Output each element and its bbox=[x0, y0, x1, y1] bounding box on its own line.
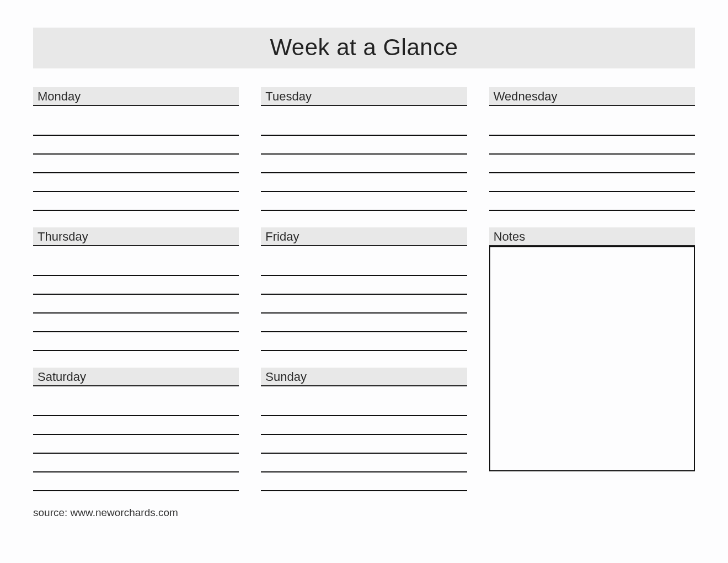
write-line[interactable] bbox=[261, 472, 467, 491]
write-line[interactable] bbox=[33, 257, 239, 276]
write-line[interactable] bbox=[261, 276, 467, 295]
day-block-sunday: Sunday bbox=[261, 368, 467, 491]
day-header-thursday: Thursday bbox=[33, 227, 239, 246]
day-lines-sunday bbox=[261, 386, 467, 491]
write-line[interactable] bbox=[33, 117, 239, 136]
write-line[interactable] bbox=[33, 276, 239, 295]
write-line[interactable] bbox=[261, 173, 467, 192]
day-block-thursday: Thursday bbox=[33, 227, 239, 351]
day-lines-friday bbox=[261, 246, 467, 351]
write-line[interactable] bbox=[489, 192, 695, 211]
write-line[interactable] bbox=[261, 435, 467, 454]
day-lines-saturday bbox=[33, 386, 239, 491]
write-line[interactable] bbox=[33, 416, 239, 435]
write-line[interactable] bbox=[33, 136, 239, 155]
day-lines-wednesday bbox=[489, 106, 695, 211]
day-block-saturday: Saturday bbox=[33, 368, 239, 491]
page-title-bar: Week at a Glance bbox=[33, 28, 695, 68]
day-block-monday: Monday bbox=[33, 87, 239, 211]
write-line[interactable] bbox=[261, 257, 467, 276]
write-line[interactable] bbox=[489, 155, 695, 173]
notes-box[interactable] bbox=[489, 246, 695, 471]
write-line[interactable] bbox=[33, 295, 239, 314]
day-lines-thursday bbox=[33, 246, 239, 351]
write-line[interactable] bbox=[489, 136, 695, 155]
write-line[interactable] bbox=[33, 472, 239, 491]
day-block-tuesday: Tuesday bbox=[261, 87, 467, 211]
write-line[interactable] bbox=[261, 332, 467, 351]
write-line[interactable] bbox=[261, 136, 467, 155]
write-line[interactable] bbox=[261, 155, 467, 173]
write-line[interactable] bbox=[261, 397, 467, 416]
notes-header: Notes bbox=[489, 227, 695, 246]
write-line[interactable] bbox=[261, 117, 467, 136]
day-header-friday: Friday bbox=[261, 227, 467, 246]
write-line[interactable] bbox=[261, 295, 467, 314]
day-header-wednesday: Wednesday bbox=[489, 87, 695, 106]
write-line[interactable] bbox=[33, 314, 239, 332]
write-line[interactable] bbox=[33, 192, 239, 211]
day-block-friday: Friday bbox=[261, 227, 467, 351]
week-grid: Monday Tuesday Wednesday Thur bbox=[33, 87, 695, 491]
day-lines-monday bbox=[33, 106, 239, 211]
write-line[interactable] bbox=[33, 454, 239, 472]
write-line[interactable] bbox=[33, 435, 239, 454]
day-block-wednesday: Wednesday bbox=[489, 87, 695, 211]
write-line[interactable] bbox=[33, 155, 239, 173]
day-lines-tuesday bbox=[261, 106, 467, 211]
write-line[interactable] bbox=[261, 416, 467, 435]
write-line[interactable] bbox=[33, 173, 239, 192]
notes-block: Notes bbox=[489, 227, 695, 491]
write-line[interactable] bbox=[489, 173, 695, 192]
day-header-tuesday: Tuesday bbox=[261, 87, 467, 106]
write-line[interactable] bbox=[489, 117, 695, 136]
write-line[interactable] bbox=[33, 397, 239, 416]
day-header-saturday: Saturday bbox=[33, 368, 239, 386]
write-line[interactable] bbox=[261, 454, 467, 472]
page-title: Week at a Glance bbox=[33, 34, 695, 61]
write-line[interactable] bbox=[261, 314, 467, 332]
source-text: source: www.neworchards.com bbox=[33, 507, 695, 519]
day-header-sunday: Sunday bbox=[261, 368, 467, 386]
write-line[interactable] bbox=[261, 192, 467, 211]
day-header-monday: Monday bbox=[33, 87, 239, 106]
write-line[interactable] bbox=[33, 332, 239, 351]
